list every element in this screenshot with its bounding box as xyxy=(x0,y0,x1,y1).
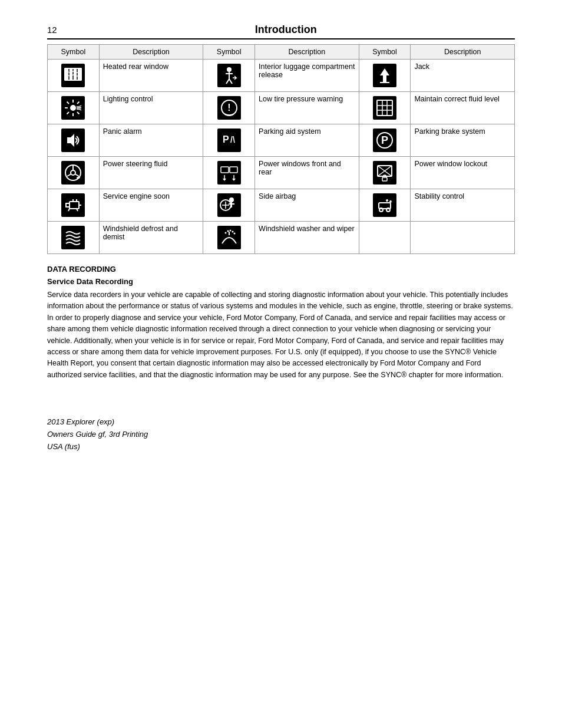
desc-empty xyxy=(411,222,515,254)
table-row: Windshield defrost and demist xyxy=(48,222,515,254)
svg-point-57 xyxy=(379,208,383,212)
jack-icon xyxy=(373,64,396,87)
body-text: Service data recorders in your vehicle a… xyxy=(47,289,515,381)
col-header-sym2: Symbol xyxy=(203,45,255,60)
desc-power-windows: Power windows front and rear xyxy=(255,157,359,189)
page-header: 12 Introduction xyxy=(47,24,515,39)
service-data-title: Service Data Recording xyxy=(47,277,515,286)
svg-rect-44 xyxy=(382,177,387,181)
col-header-desc3: Description xyxy=(411,45,515,60)
desc-side-airbag: Side airbag xyxy=(255,189,359,222)
desc-parking-brake: Parking brake system xyxy=(411,124,515,157)
svg-point-58 xyxy=(386,208,390,212)
symbol-cell xyxy=(359,157,411,189)
desc-service-engine: Service engine soon xyxy=(99,189,203,222)
desc-parking-aid: Parking aid system xyxy=(255,124,359,157)
svg-text:P: P xyxy=(381,134,388,146)
svg-point-64 xyxy=(233,233,235,235)
footer-line1: 2013 Explorer (exp) xyxy=(47,416,515,429)
desc-panic-alarm: Panic alarm xyxy=(99,124,203,157)
svg-rect-46 xyxy=(66,203,70,207)
symbol-cell xyxy=(48,92,100,124)
symbol-cell xyxy=(203,189,255,222)
symbol-cell xyxy=(359,189,411,222)
footer-line3: USA (fus) xyxy=(47,441,515,453)
svg-point-62 xyxy=(229,230,231,232)
symbol-cell xyxy=(48,157,100,189)
interior-luggage-icon xyxy=(217,64,241,87)
symbol-cell: ! xyxy=(203,92,255,124)
svg-rect-20 xyxy=(377,100,392,116)
footer: 2013 Explorer (exp) Owners Guide gf, 3rd… xyxy=(47,416,515,453)
symbol-cell xyxy=(48,124,100,157)
heated-rear-window-icon xyxy=(61,64,85,87)
desc-low-tire: Low tire pressure warning xyxy=(255,92,359,124)
svg-text:P: P xyxy=(223,134,229,144)
power-window-lockout-icon xyxy=(373,161,396,185)
col-header-desc1: Description xyxy=(99,45,203,60)
symbol-cell: P xyxy=(359,124,411,157)
svg-point-60 xyxy=(224,232,226,234)
stability-control-icon xyxy=(373,193,396,217)
svg-text:!: ! xyxy=(227,103,230,113)
symbol-cell xyxy=(48,60,100,92)
symbol-cell xyxy=(48,222,100,254)
desc-maintain-fluid: Maintain correct fluid level xyxy=(411,92,515,124)
svg-point-6 xyxy=(227,67,232,72)
symbols-table: Symbol Description Symbol Description Sy… xyxy=(47,44,515,254)
desc-windshield-washer: Windshield washer and wiper xyxy=(255,222,359,254)
table-row: Lighting control ! Low tire pressure war… xyxy=(48,92,515,124)
service-engine-icon xyxy=(61,193,85,217)
power-windows-front-rear-icon xyxy=(217,161,241,185)
col-header-desc2: Description xyxy=(255,45,359,60)
desc-lighting-control: Lighting control xyxy=(99,92,203,124)
desc-stability-control: Stability control xyxy=(411,189,515,222)
col-header-sym1: Symbol xyxy=(48,45,100,60)
symbol-cell-empty xyxy=(359,222,411,254)
svg-rect-36 xyxy=(230,167,237,173)
symbol-cell: P /\ xyxy=(203,124,255,157)
svg-point-61 xyxy=(227,230,229,232)
data-recording-section: DATA RECORDING Service Data Recording Se… xyxy=(47,265,515,381)
maintain-fluid-icon xyxy=(373,96,396,120)
parking-brake-icon: P xyxy=(373,129,396,152)
svg-point-63 xyxy=(232,231,233,233)
svg-line-17 xyxy=(67,112,70,114)
svg-marker-38 xyxy=(223,179,226,181)
svg-marker-7 xyxy=(380,68,389,83)
power-steering-icon xyxy=(61,161,85,185)
parking-aid-icon: P /\ xyxy=(217,129,241,152)
symbol-cell xyxy=(203,157,255,189)
symbol-cell xyxy=(359,92,411,124)
low-tire-pressure-icon: ! xyxy=(217,96,241,120)
svg-marker-40 xyxy=(232,179,236,181)
page-number: 12 xyxy=(47,25,57,35)
svg-point-9 xyxy=(70,105,76,111)
svg-rect-45 xyxy=(70,202,79,209)
symbol-cell xyxy=(48,189,100,222)
lighting-control-icon xyxy=(61,96,85,120)
table-row: Heated rear window Interior luggage comp… xyxy=(48,60,515,92)
symbol-cell xyxy=(203,222,255,254)
svg-text:/\: /\ xyxy=(230,135,235,144)
desc-jack: Jack xyxy=(411,60,515,92)
svg-marker-25 xyxy=(67,134,74,147)
symbol-cell xyxy=(359,60,411,92)
svg-line-16 xyxy=(77,102,80,104)
table-row: Panic alarm P /\ Parking aid system P xyxy=(48,124,515,157)
desc-power-window-lockout: Power window lockout xyxy=(411,157,515,189)
svg-line-33 xyxy=(67,174,71,176)
svg-line-15 xyxy=(77,112,80,114)
svg-line-34 xyxy=(75,174,79,176)
table-row: Power steering fluid Power windows front… xyxy=(48,157,515,189)
svg-line-14 xyxy=(67,102,70,104)
desc-windshield-defrost: Windshield defrost and demist xyxy=(99,222,203,254)
desc-interior-luggage: Interior luggage compartment release xyxy=(255,60,359,92)
desc-power-steering: Power steering fluid xyxy=(99,157,203,189)
col-header-sym3: Symbol xyxy=(359,45,411,60)
symbol-cell xyxy=(203,60,255,92)
panic-alarm-icon xyxy=(61,129,85,152)
svg-line-50 xyxy=(68,209,70,211)
page-title: Introduction xyxy=(57,24,515,36)
windshield-defrost-icon xyxy=(61,226,85,249)
